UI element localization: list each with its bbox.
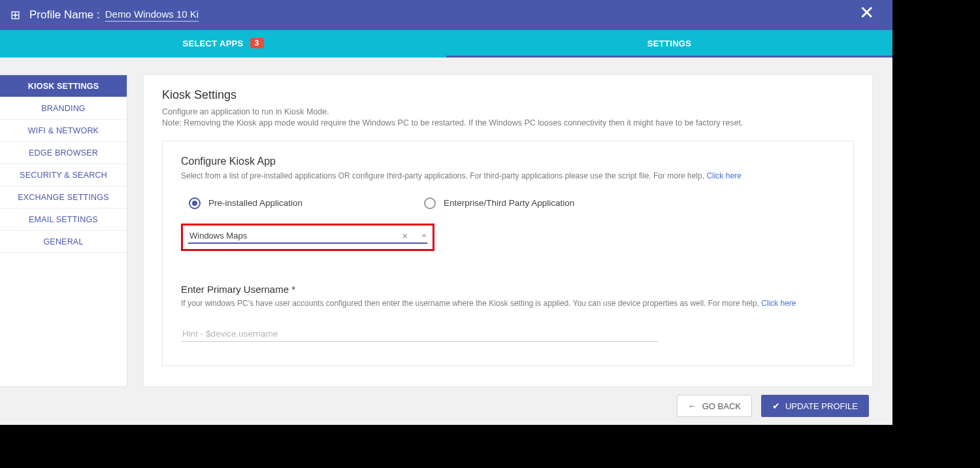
tab-settings-label: SETTINGS	[647, 39, 691, 48]
clear-icon[interactable]: ×	[402, 231, 408, 241]
username-help: If your windows PC's have user accounts …	[181, 299, 835, 308]
username-section: Enter Primary Username * If your windows…	[181, 284, 835, 342]
page-title: Kiosk Settings	[162, 88, 854, 102]
sidebar-item-edge-browser[interactable]: EDGE BROWSER	[0, 142, 127, 164]
tab-strip: SELECT APPS 3 SETTINGS	[0, 30, 892, 58]
radio-preinstalled-label: Pre-installed Application	[208, 198, 302, 208]
app-select[interactable]: Windows Maps ×	[188, 231, 427, 244]
username-help-text: If your windows PC's have user accounts …	[181, 299, 761, 308]
dropdown-icon	[421, 234, 427, 239]
tab-select-apps[interactable]: SELECT APPS 3	[0, 30, 446, 56]
sidebar: KIOSK SETTINGS BRANDING WIFI & NETWORK E…	[0, 75, 127, 387]
windows-icon: ⊞	[10, 8, 20, 22]
radio-thirdparty-label: Enterprise/Third Party Application	[444, 198, 574, 208]
configure-help-link[interactable]: Click here	[706, 171, 741, 180]
update-profile-label: UPDATE PROFILE	[785, 401, 858, 411]
sidebar-item-email-settings[interactable]: EMAIL SETTINGS	[0, 209, 127, 231]
radio-checked-icon	[189, 197, 201, 209]
username-title: Enter Primary Username *	[181, 284, 835, 295]
username-help-link[interactable]: Click here	[761, 299, 796, 308]
sidebar-item-kiosk-settings[interactable]: KIOSK SETTINGS	[0, 75, 127, 97]
app-type-radio-group: Pre-installed Application Enterprise/Thi…	[181, 197, 835, 209]
go-back-button[interactable]: ← GO BACK	[677, 395, 752, 417]
sidebar-item-general[interactable]: GENERAL	[0, 231, 127, 253]
profile-name-label: Profile Name :	[29, 8, 100, 22]
app-select-value: Windows Maps	[189, 231, 402, 241]
configure-desc-text: Select from a list of pre-installed appl…	[181, 171, 706, 180]
radio-thirdparty[interactable]: Enterprise/Third Party Application	[424, 197, 659, 209]
configure-desc: Select from a list of pre-installed appl…	[181, 171, 835, 180]
update-profile-button[interactable]: ✔ UPDATE PROFILE	[761, 395, 869, 417]
footer-bar: ← GO BACK ✔ UPDATE PROFILE	[0, 387, 892, 425]
configure-kiosk-panel: Configure Kiosk App Select from a list o…	[162, 141, 854, 366]
sidebar-item-wifi-network[interactable]: WIFI & NETWORK	[0, 120, 127, 142]
tab-select-apps-label: SELECT APPS	[182, 39, 243, 48]
username-input[interactable]	[181, 326, 658, 342]
radio-unchecked-icon	[424, 197, 436, 209]
page-note: Note: Removing the Kiosk app mode would …	[162, 118, 854, 127]
sidebar-item-exchange-settings[interactable]: EXCHANGE SETTINGS	[0, 186, 127, 209]
sidebar-item-branding[interactable]: BRANDING	[0, 97, 127, 120]
header-bar: ⊞ Profile Name : Demo Windows 10 Ki ✕	[0, 0, 892, 30]
close-icon[interactable]: ✕	[859, 4, 874, 22]
sidebar-item-security-search[interactable]: SECURITY & SEARCH	[0, 164, 127, 186]
tab-select-apps-badge: 3	[250, 38, 264, 48]
radio-preinstalled[interactable]: Pre-installed Application	[189, 197, 424, 209]
check-icon: ✔	[772, 401, 780, 411]
arrow-left-icon: ←	[688, 401, 697, 411]
profile-name-value[interactable]: Demo Windows 10 Ki	[105, 8, 199, 22]
page-subtitle: Configure an application to run in Kiosk…	[162, 106, 854, 118]
configure-title: Configure Kiosk App	[181, 156, 835, 167]
app-select-highlight: Windows Maps ×	[181, 224, 434, 251]
content-panel: Kiosk Settings Configure an application …	[143, 75, 873, 387]
go-back-label: GO BACK	[702, 401, 741, 411]
tab-settings[interactable]: SETTINGS	[446, 30, 892, 56]
